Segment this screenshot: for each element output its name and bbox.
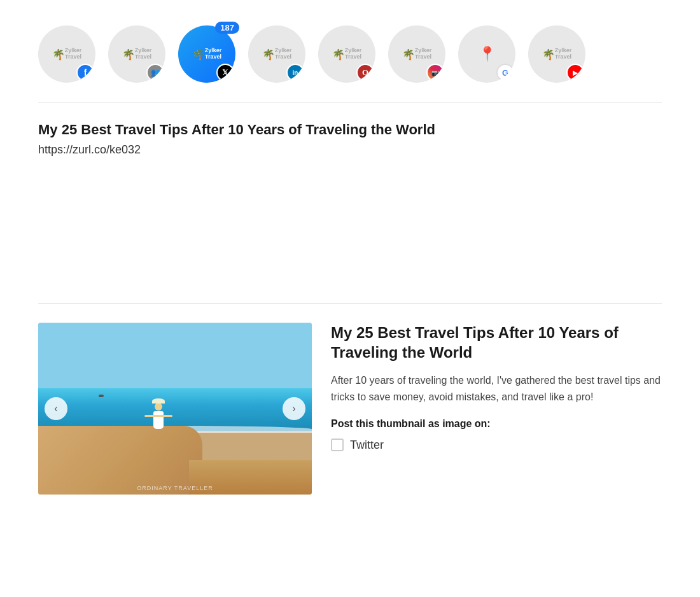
- palm-icon-twitter: 🌴: [192, 48, 205, 60]
- ocean: [38, 388, 312, 432]
- preview-section: ‹ › ORDINARY TRAVELLER My 25 Best Travel…: [38, 323, 662, 495]
- person-head: [155, 403, 162, 411]
- preview-title: My 25 Best Travel Tips After 10 Years of…: [331, 323, 662, 362]
- top-divider: [38, 102, 662, 102]
- twitter-checkbox-row: Twitter: [331, 439, 662, 452]
- instagram-circle: 🌴 ZylkerTravel 📷: [388, 25, 445, 83]
- groups-circle: 🌴 ZylkerTravel 👥: [108, 25, 165, 83]
- youtube-badge: ▶: [566, 64, 584, 81]
- linkedin-brand-text: ZylkerTravel: [275, 48, 292, 60]
- quora-badge: Q: [356, 64, 374, 81]
- main-container: 🌴 ZylkerTravel f 🌴 ZylkerTravel 👥 🌴 Zylk…: [0, 0, 700, 597]
- twitter-circle: 🌴 ZylkerTravel 𝕏: [178, 25, 235, 83]
- twitter-notification-badge: 187: [215, 22, 239, 34]
- social-icon-twitter[interactable]: 🌴 ZylkerTravel 𝕏 187: [178, 25, 235, 83]
- person-figure: [153, 403, 164, 429]
- bottom-divider: [38, 303, 662, 304]
- sand-cliff: [38, 426, 202, 495]
- instagram-brand-text: ZylkerTravel: [415, 48, 432, 60]
- social-icon-facebook[interactable]: 🌴 ZylkerTravel f: [38, 25, 95, 83]
- palm-icon-quora: 🌴: [332, 48, 345, 60]
- palm-icon-groups: 🌴: [122, 48, 135, 60]
- person-body: [153, 411, 164, 429]
- social-icon-google[interactable]: 📍 G: [458, 25, 515, 83]
- post-url: https://zurl.co/ke032: [38, 143, 662, 157]
- social-icons-row: 🌴 ZylkerTravel f 🌴 ZylkerTravel 👥 🌴 Zylk…: [38, 25, 662, 83]
- preview-description: After 10 years of traveling the world, I…: [331, 372, 662, 405]
- twitter-brand-text: ZylkerTravel: [205, 48, 222, 60]
- facebook-badge: f: [76, 64, 94, 81]
- linkedin-badge: in: [286, 64, 304, 81]
- linkedin-circle: 🌴 ZylkerTravel in: [248, 25, 305, 83]
- thumbnail-caption: ORDINARY TRAVELLER: [38, 485, 312, 491]
- next-thumbnail-button[interactable]: ›: [283, 397, 305, 420]
- post-title: My 25 Best Travel Tips After 10 Years of…: [38, 122, 662, 138]
- groups-badge: 👥: [146, 64, 164, 81]
- preview-info: My 25 Best Travel Tips After 10 Years of…: [331, 323, 662, 452]
- youtube-circle: 🌴 ZylkerTravel ▶: [528, 25, 585, 83]
- facebook-brand-text: ZylkerTravel: [65, 48, 82, 60]
- social-icon-linkedin[interactable]: 🌴 ZylkerTravel in: [248, 25, 305, 83]
- beach-scene: [38, 323, 312, 495]
- social-icon-groups[interactable]: 🌴 ZylkerTravel 👥: [108, 25, 165, 83]
- facebook-circle: 🌴 ZylkerTravel f: [38, 25, 95, 83]
- twitter-checkbox-label: Twitter: [350, 439, 384, 452]
- palm-icon-linkedin: 🌴: [262, 48, 275, 60]
- person-hat: [152, 398, 165, 404]
- instagram-badge: 📷: [426, 64, 444, 81]
- thumbnail-post-label: Post this thumbnail as image on:: [331, 418, 662, 430]
- twitter-checkbox[interactable]: [331, 439, 344, 451]
- quora-circle: 🌴 ZylkerTravel Q: [318, 25, 375, 83]
- quora-brand-text: ZylkerTravel: [345, 48, 362, 60]
- google-badge: G: [496, 64, 514, 81]
- social-icon-instagram[interactable]: 🌴 ZylkerTravel 📷: [388, 25, 445, 83]
- boat: [99, 395, 104, 397]
- prev-thumbnail-button[interactable]: ‹: [45, 397, 67, 420]
- palm-icon-fb: 🌴: [52, 48, 65, 60]
- youtube-brand-text: ZylkerTravel: [555, 48, 572, 60]
- post-content-section: My 25 Best Travel Tips After 10 Years of…: [38, 122, 662, 157]
- thumbnail-container: ‹ › ORDINARY TRAVELLER: [38, 323, 312, 495]
- palm-icon-instagram: 🌴: [402, 48, 415, 60]
- person-arms: [144, 415, 172, 417]
- social-icon-youtube[interactable]: 🌴 ZylkerTravel ▶: [528, 25, 585, 83]
- twitter-platform-badge: 𝕏: [216, 64, 234, 81]
- palm-icon-youtube: 🌴: [542, 48, 555, 60]
- google-circle: 📍 G: [458, 25, 515, 83]
- location-icon: 📍: [479, 46, 496, 62]
- social-icon-quora[interactable]: 🌴 ZylkerTravel Q: [318, 25, 375, 83]
- groups-brand-text: ZylkerTravel: [135, 48, 152, 60]
